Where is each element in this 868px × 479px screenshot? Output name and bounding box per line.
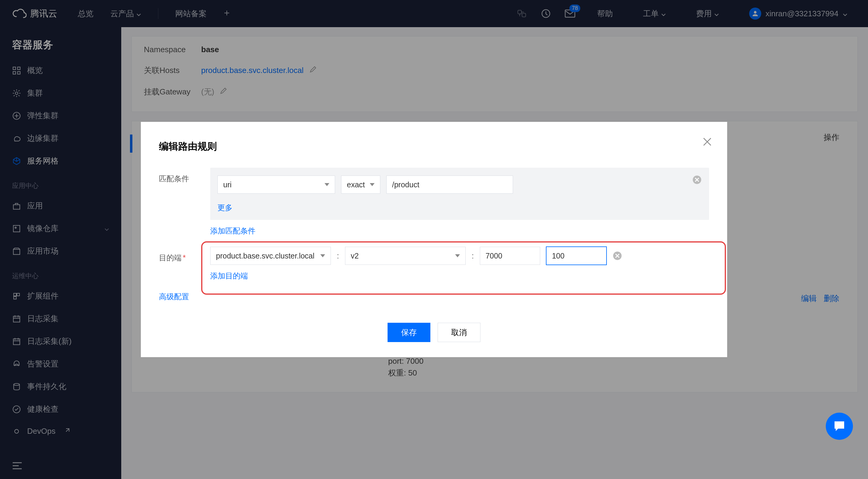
delete-dest-icon[interactable] xyxy=(613,251,622,261)
dest-label: 目的端* xyxy=(159,247,198,281)
advanced-link[interactable]: 高级配置 xyxy=(159,292,189,301)
delete-condition-icon[interactable] xyxy=(692,175,702,185)
edit-route-modal: 编辑路由规则 匹配条件 uri exact 更多 添加匹配条件 目的端* xyxy=(141,122,727,357)
dest-port-input[interactable] xyxy=(480,247,540,265)
chevron-down-icon xyxy=(324,183,329,186)
cond-label: 匹配条件 xyxy=(159,168,198,236)
cond-op-value: exact xyxy=(347,180,365,189)
chevron-down-icon xyxy=(320,254,325,257)
dest-host-value: product.base.svc.cluster.local xyxy=(216,251,315,260)
cond-type-value: uri xyxy=(223,180,231,189)
colon: : xyxy=(472,251,474,260)
modal-title: 编辑路由规则 xyxy=(159,140,709,153)
cond-op-select[interactable]: exact xyxy=(341,176,380,193)
add-condition-link[interactable]: 添加匹配条件 xyxy=(210,226,255,236)
chevron-down-icon xyxy=(370,183,375,186)
add-dest-link[interactable]: 添加目的端 xyxy=(210,271,248,281)
cond-type-select[interactable]: uri xyxy=(217,176,335,193)
condition-box: uri exact 更多 xyxy=(210,168,709,220)
close-icon[interactable] xyxy=(701,136,713,148)
save-button[interactable]: 保存 xyxy=(388,323,430,342)
chat-fab[interactable] xyxy=(826,413,853,440)
dest-version-value: v2 xyxy=(351,251,359,260)
chevron-down-icon xyxy=(455,254,460,257)
cancel-button[interactable]: 取消 xyxy=(438,323,480,342)
dest-host-select[interactable]: product.base.svc.cluster.local xyxy=(210,247,331,265)
cond-value-input[interactable] xyxy=(386,176,513,193)
more-link[interactable]: 更多 xyxy=(217,203,232,213)
dest-version-select[interactable]: v2 xyxy=(345,247,466,265)
dest-row: product.base.svc.cluster.local : v2 : 添加… xyxy=(210,247,709,281)
colon: : xyxy=(337,251,339,260)
dest-weight-input[interactable] xyxy=(546,247,607,265)
